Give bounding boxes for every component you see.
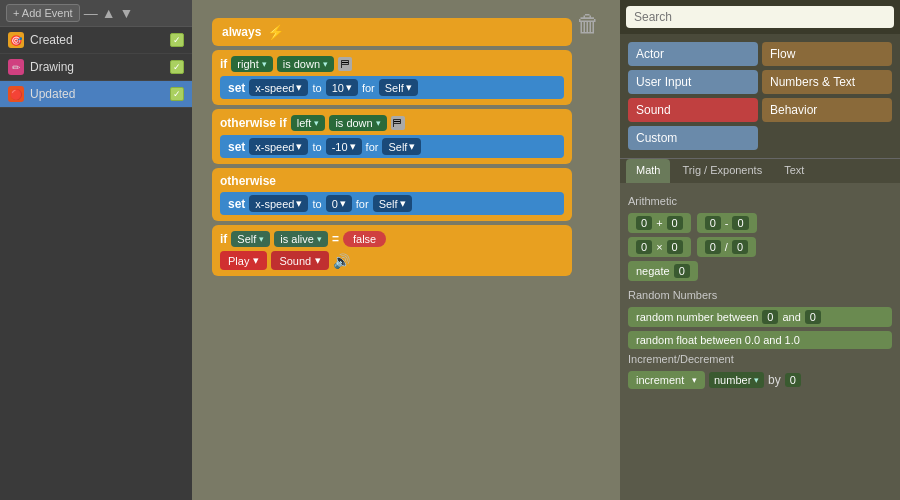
chevron-down-icon: ▾ xyxy=(409,140,415,153)
main-canvas: 🗑 always ⚡ if right ▾ is down ▾ ⛿ s xyxy=(192,0,620,500)
if-right-block: if right ▾ is down ▾ ⛿ set x-speed ▾ to xyxy=(212,50,572,105)
self-alive-dropdown[interactable]: Self ▾ xyxy=(231,231,270,247)
if3-label: if xyxy=(220,232,227,246)
set3-label: set xyxy=(228,197,245,211)
sub-block[interactable]: 0 - 0 xyxy=(697,213,757,233)
otherwise-block: otherwise set x-speed ▾ to 0 ▾ for Self … xyxy=(212,168,572,221)
sound-pill[interactable]: Sound ▾ xyxy=(271,251,329,270)
expand-up-icon[interactable]: ▲ xyxy=(102,5,116,21)
chevron-down-icon: ▾ xyxy=(315,254,321,267)
is-alive-dropdown[interactable]: is alive ▾ xyxy=(274,231,328,247)
to3-label: to xyxy=(312,198,321,210)
user-input-button[interactable]: User Input xyxy=(628,70,758,94)
collapse-icon[interactable]: — xyxy=(84,5,98,21)
by-label: by xyxy=(768,373,781,387)
negate-block[interactable]: negate 0 xyxy=(628,261,698,281)
self2-pill[interactable]: Self ▾ xyxy=(382,138,421,155)
right-dropdown[interactable]: right ▾ xyxy=(231,56,272,72)
play-row: Play ▾ Sound ▾ 🔊 xyxy=(220,251,564,270)
speaker-icon: 🔊 xyxy=(333,253,350,269)
chevron-down-icon: ▾ xyxy=(296,140,302,153)
math-row-2: 0 × 0 0 / 0 xyxy=(628,237,892,257)
chevron-down-icon: ▾ xyxy=(692,375,697,385)
add-block[interactable]: 0 + 0 xyxy=(628,213,691,233)
xspeed-pill[interactable]: x-speed ▾ xyxy=(249,79,308,96)
chevron-down-icon: ▾ xyxy=(262,59,267,69)
left-dropdown[interactable]: left ▾ xyxy=(291,115,326,131)
negate-row: negate 0 xyxy=(628,261,892,281)
updated-icon: 🔴 xyxy=(8,86,24,102)
isdown2-dropdown[interactable]: is down ▾ xyxy=(329,115,386,131)
updated-checkbox[interactable]: ✓ xyxy=(170,87,184,101)
otherwise-if-block: otherwise if left ▾ is down ▾ ⛿ set x-sp… xyxy=(212,109,572,164)
add-event-button[interactable]: + Add Event xyxy=(6,4,80,22)
chevron-down-icon: ▾ xyxy=(296,197,302,210)
false-pill: false xyxy=(343,231,386,247)
flow-button[interactable]: Flow xyxy=(762,42,892,66)
behavior-button[interactable]: Behavior xyxy=(762,98,892,122)
number-target-select[interactable]: number xyxy=(714,374,752,386)
otherwise-if-label: otherwise if xyxy=(220,116,287,130)
search-input[interactable] xyxy=(626,6,894,28)
number-select-pill[interactable]: number ▾ xyxy=(709,372,764,388)
sidebar-item-drawing[interactable]: ✏ Drawing ✓ xyxy=(0,54,192,81)
sound-button[interactable]: Sound xyxy=(628,98,758,122)
otherwise-label: otherwise xyxy=(220,174,276,188)
chevron-down-icon: ▾ xyxy=(296,81,302,94)
xspeed2-pill[interactable]: x-speed ▾ xyxy=(249,138,308,155)
chevron-down-icon: ▾ xyxy=(314,118,319,128)
isdown-dropdown[interactable]: is down ▾ xyxy=(277,56,334,72)
sound-block: if Self ▾ is alive ▾ = false Play ▾ S xyxy=(212,225,572,276)
equals-label: = xyxy=(332,232,339,246)
chevron-down-icon: ▾ xyxy=(406,81,412,94)
flag-icon: ⛿ xyxy=(338,57,352,71)
valneg10-pill[interactable]: -10 ▾ xyxy=(326,138,362,155)
random-int-block[interactable]: random number between 0 and 0 xyxy=(628,307,892,327)
actor-button[interactable]: Actor xyxy=(628,42,758,66)
tab-math[interactable]: Math xyxy=(626,159,670,183)
drawing-checkbox[interactable]: ✓ xyxy=(170,60,184,74)
always-label: always xyxy=(222,25,261,39)
for-label: for xyxy=(362,82,375,94)
created-checkbox[interactable]: ✓ xyxy=(170,33,184,47)
expand-down-icon[interactable]: ▼ xyxy=(120,5,134,21)
sidebar-item-label: Created xyxy=(30,33,164,47)
increment-action-select[interactable]: increment decrement xyxy=(636,374,688,386)
numbers-text-button[interactable]: Numbers & Text xyxy=(762,70,892,94)
random-float-block[interactable]: random float between 0.0 and 1.0 xyxy=(628,331,892,349)
mul-block[interactable]: 0 × 0 xyxy=(628,237,691,257)
chevron-down-icon: ▾ xyxy=(323,59,328,69)
drawing-icon: ✏ xyxy=(8,59,24,75)
search-bar xyxy=(620,0,900,34)
val0-pill[interactable]: 0 ▾ xyxy=(326,195,352,212)
self3-pill[interactable]: Self ▾ xyxy=(373,195,412,212)
chevron-down-icon: ▾ xyxy=(253,254,259,267)
if-label: if xyxy=(220,57,227,71)
play-pill[interactable]: Play ▾ xyxy=(220,251,267,270)
sub-tabs: Math Trig / Exponents Text xyxy=(620,158,900,183)
sidebar-item-created[interactable]: 🎯 Created ✓ xyxy=(0,27,192,54)
self-pill[interactable]: Self ▾ xyxy=(379,79,418,96)
chevron-down-icon: ▾ xyxy=(754,375,759,385)
increment-block[interactable]: increment decrement ▾ xyxy=(628,371,705,389)
sidebar-item-updated[interactable]: 🔴 Updated ✓ xyxy=(0,81,192,108)
trash-icon[interactable]: 🗑 xyxy=(576,10,600,38)
tab-text[interactable]: Text xyxy=(774,159,814,183)
chevron-down-icon: ▾ xyxy=(350,140,356,153)
for3-label: for xyxy=(356,198,369,210)
set-label: set xyxy=(228,81,245,95)
val10-pill[interactable]: 10 ▾ xyxy=(326,79,358,96)
blocks-container: always ⚡ if right ▾ is down ▾ ⛿ set x- xyxy=(212,18,572,276)
tab-trig[interactable]: Trig / Exponents xyxy=(672,159,772,183)
if-row: if right ▾ is down ▾ ⛿ xyxy=(220,56,564,72)
increment-row: increment decrement ▾ number ▾ by 0 xyxy=(628,371,892,389)
math-row-1: 0 + 0 0 - 0 xyxy=(628,213,892,233)
to2-label: to xyxy=(312,141,321,153)
custom-button[interactable]: Custom xyxy=(628,126,758,150)
xspeed3-pill[interactable]: x-speed ▾ xyxy=(249,195,308,212)
to-label: to xyxy=(312,82,321,94)
div-block[interactable]: 0 / 0 xyxy=(697,237,756,257)
increment-title: Increment/Decrement xyxy=(628,353,892,365)
increment-val: 0 xyxy=(785,373,801,387)
set-xspeed-neg-block: set x-speed ▾ to -10 ▾ for Self ▾ xyxy=(220,135,564,158)
